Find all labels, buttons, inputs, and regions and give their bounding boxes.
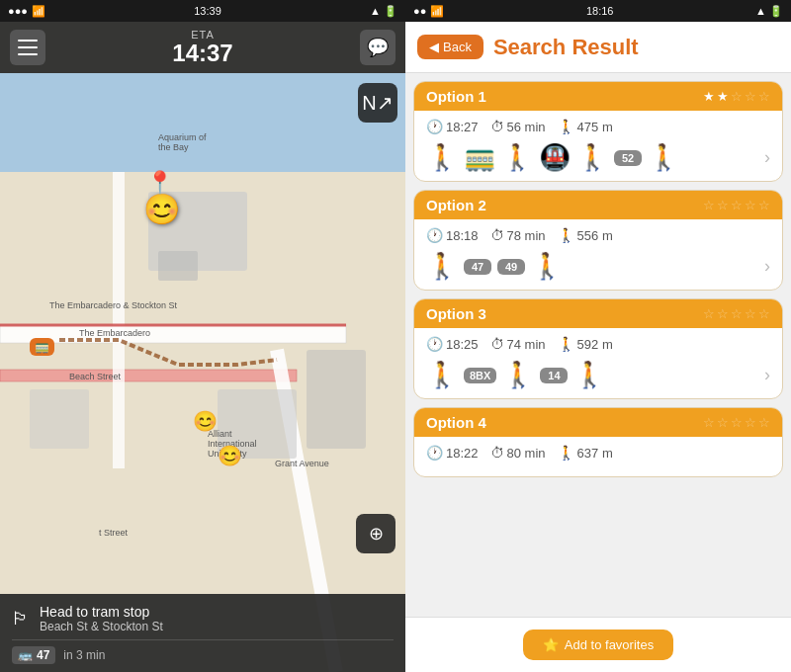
star2-2: ☆ <box>717 198 729 212</box>
embarcadero-stockton-label: The Embarcadero & Stockton St <box>49 300 177 310</box>
eta-label: ETA <box>172 29 232 41</box>
star4-2: ☆ <box>717 415 729 430</box>
signal-wifi-left: ●●● 📶 <box>8 5 45 18</box>
header-bar-left: ETA 14:37 💬 <box>0 22 405 73</box>
option-3-label: Option 3 <box>426 305 486 322</box>
option-3-header: Option 3 ☆ ☆ ☆ ☆ ☆ <box>414 299 782 328</box>
add-to-favorites-button[interactable]: ⭐ Add to favorites <box>523 630 673 660</box>
star3-3: ☆ <box>731 306 743 321</box>
option-4-info: 🕐 18:22 ⏱ 80 min 🚶 637 m <box>426 445 770 461</box>
signal-icon-left: ●●● <box>8 5 28 17</box>
option-3-stars: ☆ ☆ ☆ ☆ ☆ <box>703 306 770 321</box>
walk-distance-1: 🚶 475 m <box>558 119 613 134</box>
wifi-icon-left: 📶 <box>32 5 45 18</box>
nav-main-text: Head to tram stop <box>40 604 394 620</box>
svg-rect-13 <box>307 350 366 449</box>
chevron-right-3: › <box>764 365 770 385</box>
menu-button[interactable] <box>10 30 45 65</box>
option-2-info: 🕐 18:18 ⏱ 78 min 🚶 556 m <box>426 227 770 243</box>
duration-3: ⏱ 74 min <box>490 336 546 352</box>
chevron-right-1: › <box>764 147 770 168</box>
walk-route-icon-1c: 🚶 <box>576 142 608 173</box>
nav-sub-text: Beach St & Stockton St <box>40 620 394 633</box>
svg-rect-14 <box>30 389 89 449</box>
star3-5: ☆ <box>758 306 770 321</box>
star3-4: ☆ <box>745 306 756 321</box>
t-street-label: t Street <box>99 528 128 538</box>
battery-right: ▲ 🔋 <box>755 5 783 18</box>
option-4-stars: ☆ ☆ ☆ ☆ ☆ <box>703 415 770 430</box>
option-3-route: 🚶 8BX 🚶 14 🚶 › <box>426 360 770 390</box>
star2-3: ☆ <box>731 198 743 212</box>
grant-avenue-label: Grant Avenue <box>275 459 329 468</box>
star4-1: ☆ <box>703 415 715 430</box>
star3-1: ☆ <box>703 306 715 321</box>
option-card-2[interactable]: Option 2 ☆ ☆ ☆ ☆ ☆ 🕐 18:18 ⏱ <box>413 190 783 291</box>
search-result-title: Search Result <box>493 35 779 60</box>
message-button[interactable]: 💬 <box>360 30 396 65</box>
svg-rect-4 <box>0 370 297 381</box>
option-4-header: Option 4 ☆ ☆ ☆ ☆ ☆ <box>414 408 782 437</box>
back-label: Back <box>443 40 472 54</box>
star-fav-icon: ⭐ <box>543 637 559 652</box>
option-1-header: Option 1 ★ ★ ☆ ☆ ☆ <box>414 82 782 111</box>
bottom-bar: ⭐ Add to favorites <box>405 617 791 672</box>
battery-icon-right: ▲ 🔋 <box>755 5 783 18</box>
departure-time-1: 🕐 18:27 <box>426 119 479 134</box>
option-4-label: Option 4 <box>426 414 486 431</box>
walk-icon-2: 🚶 <box>558 227 574 243</box>
map-area[interactable]: Aquarium ofthe Bay The Embarcadero & Sto… <box>0 73 405 672</box>
tram-stop-pin: 🚃 <box>30 338 54 356</box>
option-4-body: 🕐 18:22 ⏱ 80 min 🚶 637 m <box>414 437 782 476</box>
star3-2: ☆ <box>717 306 729 321</box>
small-pin-1: 😊 <box>193 409 218 433</box>
option-2-route: 🚶 47 49 🚶 › <box>426 251 770 282</box>
star2-1: ☆ <box>703 198 715 212</box>
time-left: 13:39 <box>194 5 221 17</box>
aquarium-label: Aquarium ofthe Bay <box>158 132 207 152</box>
option-card-1[interactable]: Option 1 ★ ★ ☆ ☆ ☆ 🕐 18:27 ⏱ <box>413 81 783 182</box>
star-3: ☆ <box>731 89 743 104</box>
eta-section: ETA 14:37 <box>172 29 232 66</box>
option-3-body: 🕐 18:25 ⏱ 74 min 🚶 592 m 🚶 8BX 🚶 <box>414 328 782 398</box>
option-1-info: 🕐 18:27 ⏱ 56 min 🚶 475 m <box>426 119 770 134</box>
nav-card: 🏳 Head to tram stop Beach St & Stockton … <box>0 594 405 672</box>
star4-4: ☆ <box>745 415 756 430</box>
compass-button[interactable]: N↗ <box>358 83 397 123</box>
tram-route-icon-1: 🚃 <box>464 142 495 173</box>
bus-49-badge: 49 <box>497 259 525 275</box>
bus-14-badge: 14 <box>540 368 568 383</box>
option-1-stars: ★ ★ ☆ ☆ ☆ <box>703 89 770 104</box>
wifi-icon-right: 📶 <box>430 5 444 18</box>
status-bar-left: ●●● 📶 13:39 ▲ 🔋 <box>0 0 405 22</box>
embarcadero-label: The Embarcadero <box>79 328 150 338</box>
bus-8bx-badge: 8BX <box>464 368 496 383</box>
left-panel: ●●● 📶 13:39 ▲ 🔋 ETA 14:37 💬 <box>0 0 405 672</box>
walk-icon-1: 🚶 <box>558 119 574 134</box>
clock-icon-3: 🕐 <box>426 336 443 352</box>
nav-instructions: Head to tram stop Beach St & Stockton St <box>40 604 394 633</box>
signal-left-right: ●● 📶 <box>413 5 444 18</box>
duration-2: ⏱ 78 min <box>490 227 546 243</box>
beach-street-label: Beach Street <box>69 372 121 381</box>
walk-route-icon-1b: 🚶 <box>501 142 533 173</box>
svg-rect-11 <box>158 251 198 281</box>
departure-time-3: 🕐 18:25 <box>426 336 479 352</box>
option-1-body: 🕐 18:27 ⏱ 56 min 🚶 475 m 🚶 🚃 🚶 <box>414 111 782 181</box>
option-1-route: 🚶 🚃 🚶 🚇 🚶 52 🚶 › <box>426 142 770 173</box>
target-button[interactable]: ⊕ <box>356 514 396 553</box>
back-button[interactable]: ◀ Back <box>417 35 483 59</box>
walk-distance-2: 🚶 556 m <box>558 227 613 243</box>
star-5: ☆ <box>758 89 770 104</box>
back-arrow-icon: ◀ <box>429 40 439 54</box>
walk-distance-4: 🚶 637 m <box>558 445 613 461</box>
duration-icon-1: ⏱ <box>490 119 504 134</box>
walk-icon-4: 🚶 <box>558 445 574 461</box>
option-card-4[interactable]: Option 4 ☆ ☆ ☆ ☆ ☆ 🕐 18:22 ⏱ <box>413 407 783 477</box>
option-card-3[interactable]: Option 3 ☆ ☆ ☆ ☆ ☆ 🕐 18:25 ⏱ <box>413 298 783 399</box>
walk-icon-3: 🚶 <box>558 336 574 352</box>
star-4: ☆ <box>745 89 756 104</box>
metro-route-icon-1: 🚇 <box>539 142 571 173</box>
option-2-stars: ☆ ☆ ☆ ☆ ☆ <box>703 198 770 212</box>
time-right: 18:16 <box>586 5 614 17</box>
